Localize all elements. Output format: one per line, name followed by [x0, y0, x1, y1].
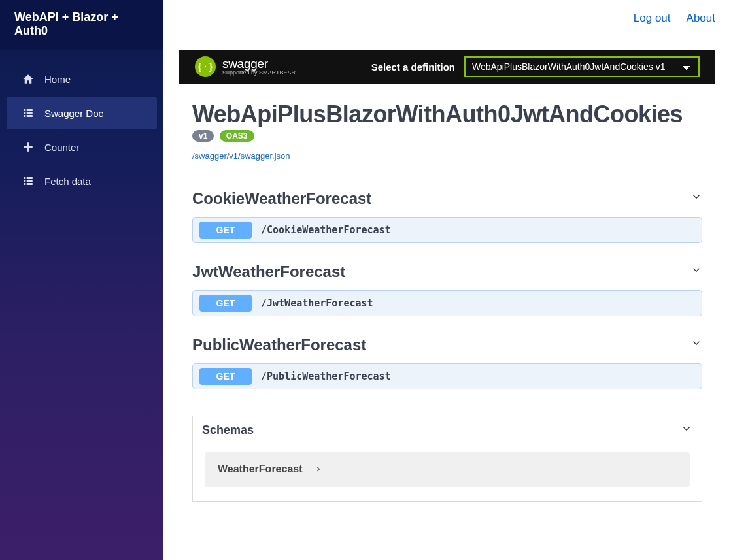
- http-method-badge: GET: [199, 295, 252, 312]
- sidebar-item-label: Swagger Doc: [44, 108, 103, 119]
- tag-section: JwtWeatherForecast GET /JwtWeatherForeca…: [179, 263, 715, 316]
- operation-row[interactable]: GET /CookieWeatherForecast: [192, 217, 702, 243]
- api-tags: CookieWeatherForecast GET /CookieWeather…: [179, 163, 715, 389]
- api-title: WebApiPlusBlazorWithAuth0JwtAndCookies: [192, 102, 702, 127]
- logout-link[interactable]: Log out: [634, 12, 671, 25]
- svg-rect-10: [24, 180, 26, 182]
- http-method-badge: GET: [199, 368, 252, 385]
- oas-badge: OAS3: [220, 130, 254, 142]
- openapi-json-link[interactable]: /swagger/v1/swagger.json: [192, 151, 702, 161]
- chevron-right-icon: [314, 463, 322, 476]
- sidebar-item-home[interactable]: Home: [7, 63, 157, 95]
- tag-section: PublicWeatherForecast GET /PublicWeather…: [179, 336, 715, 389]
- app-brand: WebAPI + Blazor + Auth0: [0, 0, 163, 50]
- swagger-logo-text: swagger: [222, 58, 296, 70]
- swagger-logo: { · } swagger Supported by SMARTBEAR: [195, 56, 296, 77]
- chevron-down-icon: [690, 264, 702, 279]
- schema-name: WeatherForecast: [218, 463, 303, 475]
- main-area: Log out About { · } swagger Supported by…: [163, 0, 731, 560]
- svg-rect-5: [27, 115, 33, 117]
- chevron-down-icon: [690, 191, 702, 206]
- operation-path: /JwtWeatherForecast: [261, 297, 373, 309]
- schemas-label: Schemas: [202, 423, 254, 437]
- svg-rect-13: [27, 183, 33, 185]
- tag-section: CookieWeatherForecast GET /CookieWeather…: [179, 189, 715, 243]
- tag-header-publicweatherforecast[interactable]: PublicWeatherForecast: [179, 336, 715, 359]
- operation-path: /PublicWeatherForecast: [261, 371, 391, 382]
- sidebar-item-swagger-doc[interactable]: Swagger Doc: [7, 97, 157, 129]
- schemas-section: Schemas WeatherForecast: [192, 416, 702, 502]
- version-badge: v1: [192, 130, 214, 142]
- operation-path: /CookieWeatherForecast: [261, 224, 391, 236]
- svg-rect-0: [24, 109, 26, 111]
- sidebar-item-counter[interactable]: Counter: [7, 131, 157, 163]
- swagger-logo-sub: Supported by SMARTBEAR: [222, 70, 296, 76]
- topbar: Log out About: [163, 0, 731, 37]
- svg-rect-9: [27, 177, 33, 179]
- list-icon: [21, 175, 35, 187]
- definition-label: Select a definition: [371, 61, 455, 73]
- svg-rect-4: [24, 115, 26, 117]
- list-icon: [21, 107, 35, 119]
- sidebar-item-label: Counter: [44, 142, 79, 153]
- home-icon: [21, 73, 35, 85]
- chevron-down-icon: [681, 423, 692, 438]
- sidebar-nav: Home Swagger Doc Counter Fetch data: [0, 50, 163, 199]
- svg-rect-7: [24, 146, 33, 148]
- tag-header-cookieweatherforecast[interactable]: CookieWeatherForecast: [179, 189, 715, 213]
- tag-name: JwtWeatherForecast: [192, 263, 345, 281]
- definition-select[interactable]: WebApiPlusBlazorWithAuth0JwtAndCookies v…: [464, 56, 700, 77]
- operation-row[interactable]: GET /PublicWeatherForecast: [192, 363, 702, 389]
- sidebar-item-fetch-data[interactable]: Fetch data: [7, 165, 157, 197]
- sidebar-item-label: Home: [44, 74, 71, 85]
- content: { · } swagger Supported by SMARTBEAR Sel…: [163, 37, 731, 528]
- svg-rect-11: [27, 180, 33, 182]
- swagger-logo-icon: { · }: [195, 56, 216, 77]
- swagger-topbar: { · } swagger Supported by SMARTBEAR Sel…: [179, 50, 715, 84]
- api-header: WebApiPlusBlazorWithAuth0JwtAndCookies v…: [179, 84, 715, 163]
- tag-name: CookieWeatherForecast: [192, 189, 371, 208]
- about-link[interactable]: About: [687, 12, 715, 25]
- schemas-header[interactable]: Schemas: [193, 416, 702, 444]
- svg-rect-12: [24, 183, 26, 185]
- tag-header-jwtweatherforecast[interactable]: JwtWeatherForecast: [179, 263, 715, 286]
- schema-item-weatherforecast[interactable]: WeatherForecast: [205, 452, 690, 487]
- svg-rect-1: [27, 109, 33, 111]
- svg-rect-3: [27, 112, 33, 114]
- tag-name: PublicWeatherForecast: [192, 336, 366, 354]
- operation-row[interactable]: GET /JwtWeatherForecast: [192, 290, 702, 316]
- sidebar-item-label: Fetch data: [44, 176, 91, 187]
- plus-icon: [21, 141, 35, 153]
- http-method-badge: GET: [199, 222, 252, 239]
- svg-rect-2: [24, 112, 26, 114]
- svg-rect-8: [24, 177, 26, 179]
- chevron-down-icon: [690, 337, 702, 352]
- sidebar: WebAPI + Blazor + Auth0 Home Swagger Doc…: [0, 0, 163, 560]
